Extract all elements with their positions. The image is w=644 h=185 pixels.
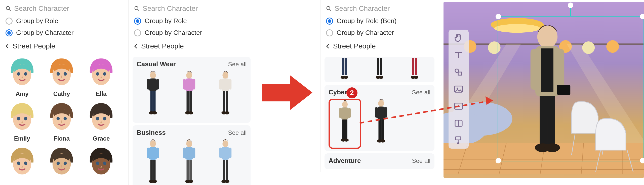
search-input[interactable] (335, 5, 433, 13)
svg-rect-69 (153, 160, 155, 180)
outfit-category: Cyber See all 2 (325, 85, 434, 151)
character-avatar (44, 144, 79, 179)
image-tool-icon[interactable] (453, 84, 464, 94)
svg-rect-59 (229, 79, 232, 90)
outfit-thumbnail[interactable] (209, 71, 242, 121)
category-title: Business (137, 129, 166, 137)
radio-group-by-character[interactable]: Group by Character (129, 27, 255, 39)
category-title: Casual Wear (137, 60, 176, 68)
svg-rect-77 (189, 160, 192, 180)
panel-tool-icon[interactable] (453, 118, 464, 129)
svg-rect-74 (183, 148, 186, 158)
radio-label: Group by Role (145, 17, 187, 25)
svg-rect-58 (219, 79, 222, 90)
svg-point-87 (225, 180, 229, 183)
search-input[interactable] (143, 5, 250, 13)
outfit-thumbnail[interactable] (364, 58, 395, 80)
search-icon (326, 6, 332, 11)
character-card[interactable]: Ella (82, 54, 120, 97)
arrow-right-icon (262, 73, 312, 113)
radio-icon (326, 18, 333, 25)
text-tool-icon[interactable] (453, 50, 464, 60)
svg-rect-66 (147, 148, 150, 158)
outfit-thumbnail[interactable] (209, 139, 242, 185)
outfit-thumbnail[interactable] (137, 71, 169, 121)
character-card[interactable]: Grace (82, 99, 120, 142)
back-street-people[interactable]: Street People (0, 39, 123, 54)
resize-handle-tr[interactable] (640, 14, 644, 19)
stage-canvas[interactable] (444, 2, 644, 178)
radio-group-by-character[interactable]: Group by Character (0, 27, 123, 39)
character-card[interactable] (43, 144, 80, 180)
character-panel-ben: Group by Role (Ben) Group by Character S… (320, 0, 438, 172)
svg-rect-42 (147, 79, 150, 90)
outfit-thumbnail[interactable] (173, 71, 206, 121)
radio-icon (134, 29, 141, 36)
radio-icon (6, 29, 13, 36)
back-label: Street People (141, 42, 184, 50)
character-name: Grace (82, 135, 120, 142)
outfit-thumbnail[interactable] (173, 139, 206, 185)
character-avatar (84, 54, 119, 89)
svg-rect-53 (189, 91, 192, 112)
resize-handle-br[interactable] (640, 158, 644, 163)
svg-rect-82 (219, 148, 222, 158)
see-all-link[interactable]: See all (228, 129, 247, 136)
svg-line-39 (138, 9, 139, 11)
radio-group-by-role-ben[interactable]: Group by Role (Ben) (320, 15, 438, 27)
radio-group-by-role[interactable]: Group by Role (0, 15, 123, 27)
outfit-thumbnail[interactable] (137, 139, 169, 185)
character-card[interactable]: Amy (3, 54, 41, 97)
see-all-link[interactable]: See all (412, 157, 430, 164)
video-tool-icon[interactable] (453, 101, 464, 111)
svg-rect-67 (156, 148, 159, 158)
back-street-people[interactable]: Street People (320, 39, 438, 54)
back-street-people[interactable]: Street People (129, 39, 255, 54)
svg-point-8 (57, 72, 60, 76)
see-all-link[interactable]: See all (412, 89, 430, 96)
svg-rect-75 (193, 148, 195, 158)
shapes-tool-icon[interactable] (453, 67, 464, 77)
svg-point-79 (188, 180, 193, 183)
svg-rect-57 (221, 79, 229, 91)
selection-box[interactable] (498, 16, 643, 161)
character-card[interactable] (3, 144, 41, 180)
paint-tool-icon[interactable] (453, 135, 464, 146)
category-title: Cyber (329, 88, 347, 96)
svg-point-55 (188, 111, 193, 114)
character-card[interactable] (82, 144, 120, 180)
svg-rect-95 (377, 58, 379, 75)
character-card[interactable]: Cathy (43, 54, 80, 97)
radio-label: Group by Character (145, 29, 202, 37)
resize-handle-tl[interactable] (496, 14, 501, 19)
radio-group-by-role[interactable]: Group by Role (129, 15, 255, 27)
svg-point-71 (152, 180, 157, 183)
rotate-handle[interactable] (568, 3, 573, 8)
radio-group-by-character[interactable]: Group by Character (320, 27, 438, 39)
resize-handle-bl[interactable] (496, 158, 501, 163)
svg-rect-116 (381, 119, 384, 140)
svg-point-111 (378, 100, 384, 107)
character-name: Amy (3, 90, 41, 97)
radio-icon (6, 18, 13, 25)
svg-rect-65 (149, 147, 157, 160)
svg-rect-112 (377, 107, 385, 119)
search-row (129, 0, 255, 15)
outfit-thumbnail[interactable] (365, 99, 397, 149)
outfit-thumbnail[interactable]: 2 (329, 99, 361, 149)
see-all-link[interactable]: See all (228, 61, 247, 68)
svg-rect-105 (339, 108, 342, 118)
search-input[interactable] (14, 5, 118, 13)
outfit-thumbnail[interactable] (399, 58, 430, 80)
canvas-toolbar (449, 30, 469, 149)
svg-line-90 (330, 9, 331, 11)
step-badge: 2 (346, 87, 357, 98)
outfit-thumbnail[interactable] (329, 58, 360, 80)
hand-tool-icon[interactable] (453, 33, 464, 43)
character-card[interactable]: Fiona (43, 99, 80, 142)
svg-point-4 (17, 72, 20, 76)
character-card[interactable]: Emily (3, 99, 41, 142)
svg-point-32 (57, 161, 60, 165)
outfit-category: Adventure See all (325, 153, 434, 169)
svg-rect-92 (345, 58, 347, 75)
